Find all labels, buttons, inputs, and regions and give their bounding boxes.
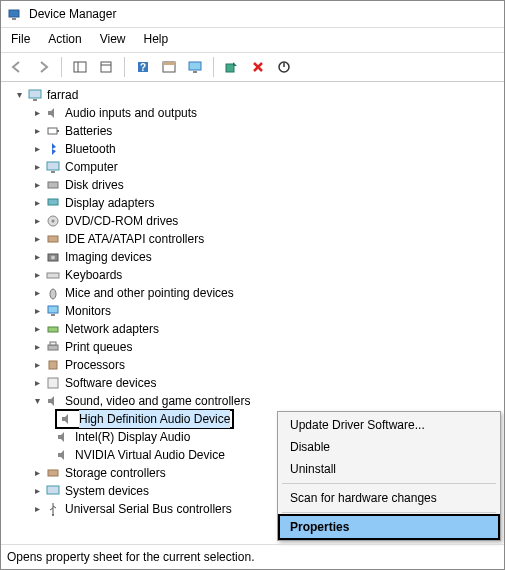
svg-rect-31 — [48, 327, 58, 332]
node-label: Bluetooth — [65, 140, 116, 158]
svg-point-26 — [51, 256, 55, 260]
svg-rect-35 — [48, 378, 58, 388]
expand-icon[interactable]: ▸ — [31, 248, 43, 266]
expand-icon[interactable]: ▸ — [31, 212, 43, 230]
expand-icon[interactable]: ▸ — [31, 500, 43, 518]
expand-icon[interactable]: ▸ — [31, 230, 43, 248]
show-hide-console-button[interactable] — [68, 55, 92, 79]
titlebar: Device Manager — [1, 1, 504, 28]
svg-rect-30 — [51, 314, 55, 316]
system-icon — [45, 483, 61, 499]
node-label: Mice and other pointing devices — [65, 284, 234, 302]
expand-icon[interactable]: ▸ — [31, 356, 43, 374]
tree-node-batteries[interactable]: ▸Batteries — [5, 122, 500, 140]
svg-rect-10 — [189, 62, 201, 70]
window-title: Device Manager — [29, 7, 116, 21]
expand-icon[interactable]: ▸ — [31, 284, 43, 302]
tree-node-disk-drives[interactable]: ▸Disk drives — [5, 176, 500, 194]
tree-node-audio-io[interactable]: ▸Audio inputs and outputs — [5, 104, 500, 122]
properties-button[interactable] — [94, 55, 118, 79]
svg-rect-9 — [163, 62, 175, 65]
tree-node-ide[interactable]: ▸IDE ATA/ATAPI controllers — [5, 230, 500, 248]
expand-icon[interactable]: ▸ — [31, 302, 43, 320]
tree-node-mice[interactable]: ▸Mice and other pointing devices — [5, 284, 500, 302]
speaker-icon — [59, 411, 75, 427]
cm-scan-hardware[interactable]: Scan for hardware changes — [280, 487, 498, 509]
svg-rect-0 — [9, 10, 19, 17]
display-adapter-icon — [45, 195, 61, 211]
tree-root[interactable]: ▾ farrad — [5, 86, 500, 104]
tree-node-monitors[interactable]: ▸Monitors — [5, 302, 500, 320]
node-label: Computer — [65, 158, 118, 176]
expand-icon[interactable]: ▸ — [31, 338, 43, 356]
expand-icon[interactable]: ▸ — [31, 374, 43, 392]
tree-node-display-adapters[interactable]: ▸Display adapters — [5, 194, 500, 212]
tree-node-network[interactable]: ▸Network adapters — [5, 320, 500, 338]
expand-icon[interactable]: ▸ — [31, 482, 43, 500]
speaker-icon — [45, 105, 61, 121]
node-label: Storage controllers — [65, 464, 166, 482]
cm-update-driver[interactable]: Update Driver Software... — [280, 414, 498, 436]
tree-node-bluetooth[interactable]: ▸Bluetooth — [5, 140, 500, 158]
tree-node-keyboards[interactable]: ▸Keyboards — [5, 266, 500, 284]
expand-icon[interactable]: ▸ — [31, 464, 43, 482]
battery-icon — [45, 123, 61, 139]
tree-node-sound-video-game[interactable]: ▾Sound, video and game controllers — [5, 392, 500, 410]
svg-rect-17 — [57, 130, 59, 132]
collapse-icon[interactable]: ▾ — [31, 392, 43, 410]
uninstall-button[interactable] — [246, 55, 270, 79]
svg-point-28 — [50, 289, 56, 299]
svg-rect-2 — [74, 62, 86, 72]
menu-help[interactable]: Help — [144, 32, 169, 46]
tree-node-processors[interactable]: ▸Processors — [5, 356, 500, 374]
node-label: Disk drives — [65, 176, 124, 194]
node-label: Imaging devices — [65, 248, 152, 266]
computer-icon — [27, 87, 43, 103]
expand-icon[interactable]: ▸ — [31, 140, 43, 158]
node-label: IDE ATA/ATAPI controllers — [65, 230, 204, 248]
monitor-toolbar-icon[interactable] — [183, 55, 207, 79]
expand-icon[interactable]: ▸ — [31, 320, 43, 338]
help-button[interactable]: ? — [131, 55, 155, 79]
menu-view[interactable]: View — [100, 32, 126, 46]
node-label: Print queues — [65, 338, 132, 356]
node-label: System devices — [65, 482, 149, 500]
leaf-label: Intel(R) Display Audio — [75, 428, 190, 446]
expand-icon[interactable]: ▸ — [31, 122, 43, 140]
controller-icon — [45, 231, 61, 247]
leaf-label: High Definition Audio Device — [79, 410, 230, 428]
svg-rect-12 — [226, 64, 234, 72]
svg-rect-37 — [47, 486, 59, 494]
svg-rect-34 — [49, 361, 57, 369]
expand-icon[interactable]: ▸ — [31, 158, 43, 176]
collapse-icon[interactable]: ▾ — [13, 86, 25, 104]
svg-point-23 — [52, 220, 55, 223]
menu-file[interactable]: File — [11, 32, 30, 46]
expand-icon[interactable]: ▸ — [31, 266, 43, 284]
menu-action[interactable]: Action — [48, 32, 81, 46]
svg-rect-27 — [47, 273, 59, 278]
node-label: Display adapters — [65, 194, 154, 212]
svg-rect-29 — [48, 306, 58, 313]
expand-icon[interactable]: ▸ — [31, 194, 43, 212]
cm-uninstall[interactable]: Uninstall — [280, 458, 498, 480]
tree-node-dvd-cd[interactable]: ▸DVD/CD-ROM drives — [5, 212, 500, 230]
svg-text:?: ? — [140, 62, 146, 73]
action-button[interactable] — [157, 55, 181, 79]
node-label: Software devices — [65, 374, 156, 392]
tree-node-print-queues[interactable]: ▸Print queues — [5, 338, 500, 356]
mouse-icon — [45, 285, 61, 301]
disable-button[interactable] — [272, 55, 296, 79]
expand-icon[interactable]: ▸ — [31, 176, 43, 194]
tree-node-software-devices[interactable]: ▸Software devices — [5, 374, 500, 392]
software-icon — [45, 375, 61, 391]
forward-button[interactable] — [31, 55, 55, 79]
cm-disable[interactable]: Disable — [280, 436, 498, 458]
scan-hardware-button[interactable] — [220, 55, 244, 79]
cm-properties[interactable]: Properties — [278, 514, 500, 540]
svg-rect-11 — [193, 71, 197, 73]
tree-node-imaging[interactable]: ▸Imaging devices — [5, 248, 500, 266]
back-button[interactable] — [5, 55, 29, 79]
tree-node-computer[interactable]: ▸Computer — [5, 158, 500, 176]
expand-icon[interactable]: ▸ — [31, 104, 43, 122]
